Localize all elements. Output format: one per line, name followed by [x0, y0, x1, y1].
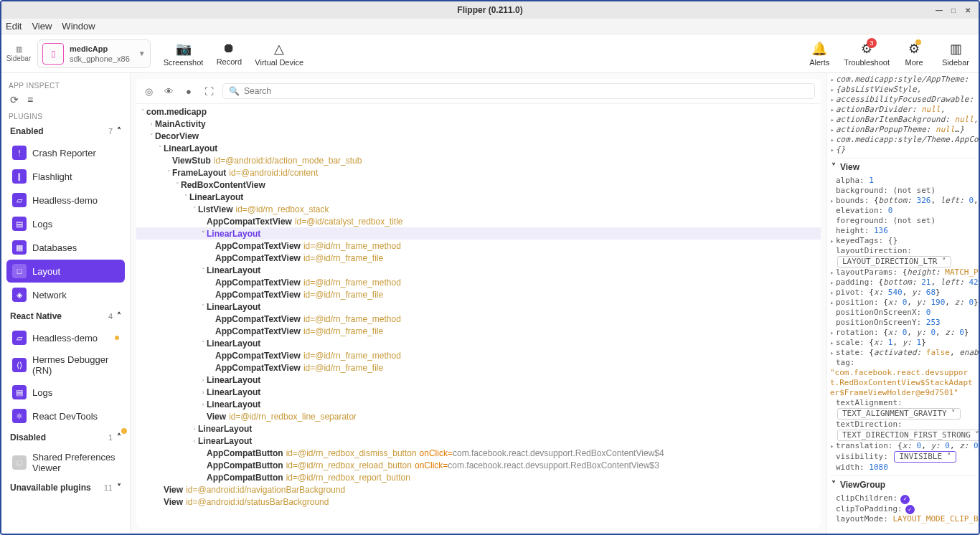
maximize-button[interactable]: □	[947, 4, 960, 16]
plugin-headless-demo[interactable]: ▱Headless-demo	[6, 189, 125, 212]
tree-row[interactable]: › LinearLayout	[136, 435, 821, 447]
plugin-network[interactable]: ◈Network	[6, 283, 125, 306]
prop-elevation: elevation: 0	[830, 206, 976, 216]
tree-row[interactable]: AppCompatButton id=@id/rn_redbox_reload_…	[136, 459, 821, 471]
tree-row[interactable]: AppCompatTextView id=@id/rn_frame_file	[136, 325, 821, 337]
tree-row[interactable]: AppCompatTextView id=@id/rn_frame_method	[136, 276, 821, 288]
tree-node-name: AppCompatTextView	[215, 313, 301, 326]
plugin-headless-demo[interactable]: ▱Headless-demo	[6, 326, 125, 349]
tree-row[interactable]: ˅ com.medicapp	[136, 105, 821, 118]
tree-arrow-icon: ˅	[182, 191, 189, 204]
tree-arrow-icon: ˅	[191, 203, 198, 216]
menu-window[interactable]: Window	[62, 21, 95, 32]
unavailable-header[interactable]: Unavailable plugins 11 ˅	[4, 478, 127, 497]
tree-row[interactable]: AppCompatButton id=@id/rn_redbox_report_…	[136, 471, 821, 483]
prop-clipToPadding[interactable]: clipToPadding:✓	[830, 504, 976, 515]
tree-node-name: LinearLayout	[198, 435, 252, 448]
plugin-databases[interactable]: ▦Databases	[6, 236, 125, 259]
close-button[interactable]: ✕	[961, 4, 974, 16]
toolbar-sidebar-right[interactable]: ▥Sidebar	[938, 41, 973, 67]
tree-node-name: ViewStub	[172, 154, 211, 167]
plugin-flashlight[interactable]: ∥Flashlight	[6, 165, 125, 188]
tree-row[interactable]: AppCompatTextView id=@id/rn_frame_file	[136, 288, 821, 300]
tree-node-name: MainActivity	[155, 118, 206, 131]
plugin-icon: □	[12, 264, 27, 278]
plugin-layout[interactable]: □Layout	[6, 260, 125, 283]
tree-row[interactable]: › LinearLayout	[136, 422, 821, 435]
prop-line: ▸actionBarItemBackground: null,	[830, 115, 976, 125]
prop-tag: tag:	[830, 358, 976, 368]
tree-node-name: LinearLayout	[207, 386, 260, 399]
tree-row[interactable]: ˅ FrameLayout id=@android:id/content	[136, 166, 821, 179]
accessibility-icon[interactable]: ●	[182, 86, 195, 97]
tree-row[interactable]: › LinearLayout	[136, 386, 821, 398]
device-selector[interactable]: ▯ medicApp sdk_gphone_x86 ▼	[37, 39, 151, 68]
prop-visibility[interactable]: visibility: INVISIBLE ˅	[830, 451, 976, 463]
target-icon[interactable]: ◎	[142, 86, 155, 97]
tree-row[interactable]: ˅ LinearLayout	[136, 227, 821, 240]
tree-row[interactable]: ˅ LinearLayout	[136, 264, 821, 276]
disabled-header[interactable]: Disabled 1 ˄	[4, 428, 127, 447]
tree-row[interactable]: › LinearLayout	[136, 398, 821, 410]
plugin-logs[interactable]: ▤Logs	[6, 381, 125, 404]
minimize-button[interactable]: —	[933, 4, 946, 16]
tree-row[interactable]: AppCompatTextView id=@id/rn_frame_method	[136, 313, 821, 325]
tree-row[interactable]: ˅ RedBoxContentView	[136, 179, 821, 191]
menu-edit[interactable]: Edit	[6, 21, 22, 32]
tree-node-id: id=@id/rn_redbox_line_separator	[229, 410, 357, 423]
tree-row[interactable]: ˅ ListView id=@id/rn_redbox_stack	[136, 203, 821, 215]
eye-icon[interactable]: 👁	[162, 86, 175, 97]
tree-row[interactable]: AppCompatTextView id=@id/rn_frame_method	[136, 349, 821, 361]
plugin-logs[interactable]: ▤Logs	[6, 212, 125, 235]
tree-row[interactable]: ˅ LinearLayout	[136, 191, 821, 203]
toolbar-screenshot[interactable]: 📷Screenshot	[164, 41, 204, 67]
tree-node-onclick: onClick=	[415, 459, 448, 472]
refresh-icon[interactable]: ⟳	[10, 94, 19, 105]
tree-row[interactable]: ˅ DecorView	[136, 130, 821, 142]
menu-view[interactable]: View	[32, 21, 52, 32]
toolbar-alerts[interactable]: 🔔Alerts	[802, 41, 837, 67]
list-icon[interactable]: ≡	[27, 94, 33, 105]
tree-node-name: AppCompatTextView	[215, 276, 301, 289]
tree-row[interactable]: AppCompatTextView id=@id/rn_frame_method	[136, 240, 821, 252]
prop-textDirection-val[interactable]: TEXT_DIRECTION_FIRST_STRONG ˅	[830, 430, 976, 441]
device-app: medicApp	[70, 44, 130, 54]
prop-textAlignment-val[interactable]: TEXT_ALIGNMENT_GRAVITY ˅	[830, 408, 976, 420]
properties-panel[interactable]: ▸com.medicapp:style/AppTheme:▸{absListVi…	[826, 73, 979, 534]
tree-row[interactable]: AppCompatTextView id=@id/rn_frame_file	[136, 252, 821, 264]
search-box[interactable]: 🔍	[222, 83, 815, 99]
toolbar-record[interactable]: ⏺Record	[212, 41, 246, 67]
tree-row[interactable]: › LinearLayout	[136, 374, 821, 386]
tree-row[interactable]: ˅ LinearLayout	[136, 337, 821, 349]
tree-row[interactable]: View id=@id/rn_redbox_line_separator	[136, 410, 821, 422]
toolbar-virtual-device[interactable]: △Virtual Device	[255, 41, 303, 67]
plugin-hermes-debugger-rn-[interactable]: ⟨⟩Hermes Debugger (RN)	[6, 350, 125, 380]
prop-height: height: 136	[830, 226, 976, 236]
left-sidebar-toggle[interactable]: ▥ Sidebar	[7, 45, 30, 62]
react-native-header[interactable]: React Native 4 ˄	[4, 307, 127, 326]
view-tree[interactable]: ˅ com.medicapp› MainActivity˅ DecorView˅…	[136, 104, 821, 528]
tree-node-id: id=@id/rn_redbox_stack	[235, 203, 329, 216]
viewgroup-section-header[interactable]: ˅ ViewGroup	[830, 475, 976, 493]
search-input[interactable]	[244, 86, 809, 96]
prop-clipChildren[interactable]: clipChildren:✓	[830, 493, 976, 504]
toolbar-more[interactable]: ⚙More	[897, 41, 931, 67]
plugin-shared-preferences-viewer[interactable]: □Shared Preferences Viewer	[6, 448, 125, 478]
tree-row[interactable]: AppCompatTextView id=@id/catalyst_redbox…	[136, 215, 821, 227]
expand-icon[interactable]: ⛶	[202, 86, 215, 97]
tree-row[interactable]: View id=@android:id/navigationBarBackgro…	[136, 483, 821, 496]
tree-row[interactable]: AppCompatTextView id=@id/rn_frame_file	[136, 361, 821, 374]
plugin-icon: ⚛	[12, 409, 27, 423]
tree-row[interactable]: › MainActivity	[136, 118, 821, 130]
tree-row[interactable]: AppCompatButton id=@id/rn_redbox_dismiss…	[136, 447, 821, 459]
tree-row[interactable]: View id=@android:id/statusBarBackground	[136, 496, 821, 508]
tree-row[interactable]: ViewStub id=@android:id/action_mode_bar_…	[136, 154, 821, 166]
tree-row[interactable]: ˅ LinearLayout	[136, 300, 821, 313]
enabled-header[interactable]: Enabled 7 ˄	[4, 122, 127, 141]
tree-row[interactable]: ˅ LinearLayout	[136, 142, 821, 154]
view-section-header[interactable]: ˅ View	[830, 158, 976, 176]
toolbar-troubleshoot[interactable]: ⚙3Troubleshoot	[844, 41, 890, 67]
plugin-crash-reporter[interactable]: !Crash Reporter	[6, 141, 125, 164]
plugin-react-devtools[interactable]: ⚛React DevTools	[6, 404, 125, 427]
prop-layoutDirection-val[interactable]: LAYOUT_DIRECTION_LTR ˅	[830, 256, 976, 268]
